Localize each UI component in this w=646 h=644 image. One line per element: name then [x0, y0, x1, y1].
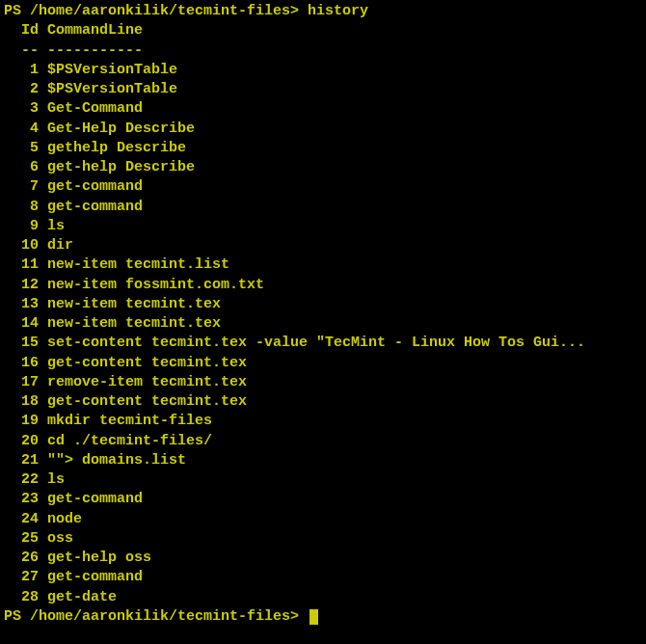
history-command: get-command — [47, 199, 143, 215]
history-id: 20 — [4, 432, 39, 451]
history-row: 26 get-help oss — [0, 549, 646, 568]
history-command: ls — [47, 471, 65, 488]
history-command: dir — [47, 237, 73, 254]
history-id: 8 — [4, 198, 39, 217]
history-command: get-command — [47, 178, 143, 195]
history-row: 25 oss — [0, 529, 646, 549]
history-id: 11 — [4, 255, 39, 275]
history-row: 21 ""> domains.list — [0, 451, 646, 470]
history-row: 16 get-content tecmint.tex — [0, 354, 646, 373]
history-id: 21 — [4, 451, 39, 470]
history-row: 18 get-content tecmint.tex — [0, 392, 646, 412]
history-row: 10 dir — [0, 236, 646, 255]
divider-id: -- — [4, 41, 39, 61]
history-id: 17 — [4, 373, 39, 392]
history-command: get-help oss — [47, 550, 151, 566]
history-row: 5 gethelp Describe — [0, 139, 646, 158]
history-command: set-content tecmint.tex -value "TecMint … — [47, 335, 585, 351]
history-command: get-content tecmint.tex — [47, 393, 247, 410]
history-command: node — [47, 511, 82, 527]
history-row: 9 ls — [0, 217, 646, 236]
history-id: 1 — [4, 61, 39, 80]
history-id: 15 — [4, 334, 39, 353]
history-id: 7 — [4, 177, 39, 197]
history-command: new-item tecmint.tex — [47, 296, 221, 312]
history-command: oss — [47, 530, 73, 547]
history-command: get-content tecmint.tex — [47, 355, 247, 371]
history-command: ls — [47, 218, 65, 234]
history-id: 12 — [4, 276, 39, 295]
cursor-icon — [310, 609, 318, 625]
history-id: 6 — [4, 158, 39, 177]
prompt-line-1: PS /home/aaronkilik/tecmint-files> histo… — [0, 2, 646, 21]
history-divider: -- ----------- — [0, 41, 646, 61]
prompt-separator: > — [290, 608, 308, 625]
history-row: 17 remove-item tecmint.tex — [0, 373, 646, 392]
history-command: new-item tecmint.list — [47, 256, 229, 273]
history-id: 24 — [4, 510, 39, 529]
header-cmd: CommandLine — [47, 22, 143, 39]
history-row: 6 get-help Describe — [0, 158, 646, 177]
history-id: 3 — [4, 99, 39, 119]
history-command: mkdir tecmint-files — [47, 413, 212, 429]
prompt-separator: > — [290, 3, 308, 19]
history-row: 13 new-item tecmint.tex — [0, 295, 646, 314]
history-row: 24 node — [0, 510, 646, 529]
history-id: 22 — [4, 470, 39, 490]
history-command: new-item tecmint.tex — [47, 315, 221, 332]
history-row: 8 get-command — [0, 198, 646, 217]
history-row: 20 cd ./tecmint-files/ — [0, 432, 646, 451]
history-row: 3 Get-Command — [0, 99, 646, 119]
history-row: 27 get-command — [0, 568, 646, 587]
history-row: 23 get-command — [0, 490, 646, 509]
history-id: 14 — [4, 314, 39, 334]
history-command: ""> domains.list — [47, 452, 186, 469]
history-id: 10 — [4, 236, 39, 255]
history-row: 22 ls — [0, 470, 646, 490]
history-command: get-command — [47, 491, 143, 507]
history-id: 19 — [4, 412, 39, 431]
history-id: 9 — [4, 217, 39, 236]
history-command: $PSVersionTable — [47, 81, 177, 97]
history-row: 11 new-item tecmint.list — [0, 255, 646, 275]
prompt-path: /home/aaronkilik/tecmint-files — [30, 3, 290, 19]
history-command: new-item fossmint.com.txt — [47, 277, 264, 293]
history-command: get-command — [47, 569, 143, 585]
prompt-prefix: PS — [4, 3, 30, 19]
history-command: Get-Help Describe — [47, 121, 195, 137]
prompt-line-2[interactable]: PS /home/aaronkilik/tecmint-files> — [0, 607, 646, 627]
history-row: 4 Get-Help Describe — [0, 120, 646, 139]
history-id: 23 — [4, 490, 39, 509]
history-id: 16 — [4, 354, 39, 373]
history-id: 13 — [4, 295, 39, 314]
history-row: 14 new-item tecmint.tex — [0, 314, 646, 334]
typed-command: history — [308, 3, 368, 19]
history-row: 28 get-date — [0, 588, 646, 607]
history-id: 26 — [4, 549, 39, 568]
history-row: 1 $PSVersionTable — [0, 61, 646, 80]
history-row: 7 get-command — [0, 177, 646, 197]
history-command: get-date — [47, 589, 117, 605]
history-id: 5 — [4, 139, 39, 158]
prompt-path: /home/aaronkilik/tecmint-files — [30, 608, 290, 625]
history-row: 19 mkdir tecmint-files — [0, 412, 646, 431]
history-header: Id CommandLine — [0, 21, 646, 40]
history-id: 2 — [4, 80, 39, 99]
history-list: 1 $PSVersionTable2 $PSVersionTable3 Get-… — [0, 61, 646, 607]
history-command: get-help Describe — [47, 159, 195, 175]
history-row: 2 $PSVersionTable — [0, 80, 646, 99]
header-id: Id — [4, 21, 39, 40]
history-id: 4 — [4, 120, 39, 139]
prompt-prefix: PS — [4, 608, 30, 625]
history-command: $PSVersionTable — [47, 62, 177, 78]
history-id: 27 — [4, 568, 39, 587]
history-row: 12 new-item fossmint.com.txt — [0, 276, 646, 295]
history-row: 15 set-content tecmint.tex -value "TecMi… — [0, 334, 646, 353]
history-command: cd ./tecmint-files/ — [47, 433, 212, 449]
history-command: Get-Command — [47, 100, 143, 117]
history-id: 25 — [4, 529, 39, 549]
history-id: 18 — [4, 392, 39, 412]
history-command: remove-item tecmint.tex — [47, 374, 247, 390]
history-id: 28 — [4, 588, 39, 607]
divider-cmd: ----------- — [47, 42, 143, 59]
